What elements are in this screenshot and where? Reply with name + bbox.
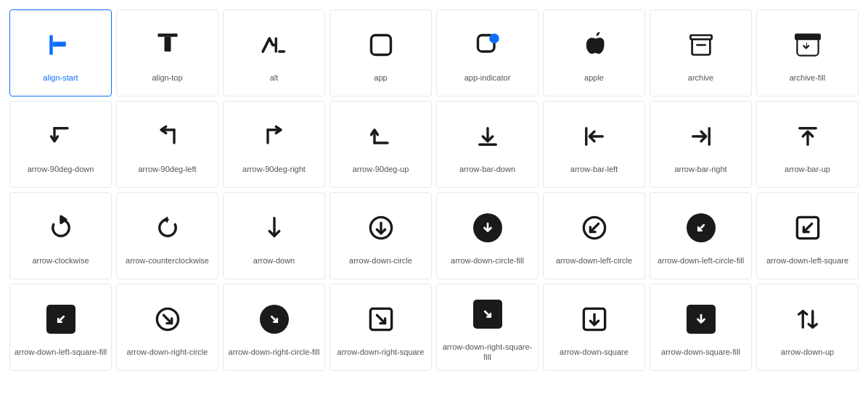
archive-fill-icon xyxy=(786,23,830,67)
arrow-down-right-square-fill-icon xyxy=(466,292,509,336)
arrow-down-left-square-icon xyxy=(786,206,830,250)
align-top-icon xyxy=(146,23,189,67)
arrow-down-right-square-fill-label: arrow-down-right-square-fill xyxy=(441,342,534,363)
arrow-down-right-square-icon xyxy=(359,297,403,341)
arrow-bar-up-label: arrow-bar-up xyxy=(785,164,830,174)
icon-cell-arrow-clockwise[interactable]: arrow-clockwise xyxy=(9,192,112,279)
icon-cell-archive[interactable]: archive xyxy=(650,9,752,96)
align-top-label: align-top xyxy=(152,73,182,83)
arrow-down-label: arrow-down xyxy=(253,255,295,266)
arrow-bar-left-label: arrow-bar-left xyxy=(570,164,618,174)
icon-cell-arrow-down-right-square-fill[interactable]: arrow-down-right-square-fill xyxy=(436,284,539,371)
arrow-clockwise-label: arrow-clockwise xyxy=(32,255,89,266)
icon-cell-align-start[interactable]: align-start xyxy=(9,9,112,96)
icon-cell-app-indicator[interactable]: app-indicator xyxy=(436,9,539,96)
arrow-90deg-down-label: arrow-90deg-down xyxy=(28,164,94,174)
arrow-90deg-down-icon xyxy=(39,115,83,158)
arrow-counterclockwise-label: arrow-counterclockwise xyxy=(126,255,209,266)
arrow-down-right-square-label: arrow-down-right-square xyxy=(337,347,425,357)
archive-fill-label: archive-fill xyxy=(790,73,826,83)
arrow-90deg-left-label: arrow-90deg-left xyxy=(138,164,196,174)
svg-rect-4 xyxy=(371,35,390,54)
app-indicator-label: app-indicator xyxy=(464,73,511,83)
apple-icon xyxy=(573,23,616,67)
arrow-down-square-icon xyxy=(573,297,616,341)
archive-icon xyxy=(679,23,723,67)
icon-cell-arrow-down-circle-fill[interactable]: arrow-down-circle-fill xyxy=(436,192,539,279)
arrow-bar-up-icon xyxy=(786,115,830,158)
arrow-down-right-circle-label: arrow-down-right-circle xyxy=(127,347,208,357)
arrow-bar-right-icon xyxy=(679,115,723,158)
icon-cell-arrow-down-left-square[interactable]: arrow-down-left-square xyxy=(756,192,859,279)
archive-label: archive xyxy=(688,73,713,83)
arrow-90deg-right-icon xyxy=(253,115,296,158)
icon-cell-alt[interactable]: alt xyxy=(223,9,325,96)
arrow-down-circle-fill-label: arrow-down-circle-fill xyxy=(451,255,524,266)
arrow-clockwise-icon xyxy=(39,206,83,250)
apple-label: apple xyxy=(584,73,604,83)
arrow-down-square-fill-icon xyxy=(679,297,723,341)
icon-cell-apple[interactable]: apple xyxy=(543,9,645,96)
svg-rect-7 xyxy=(690,35,711,39)
arrow-bar-down-label: arrow-bar-down xyxy=(459,164,515,174)
icon-cell-app[interactable]: app xyxy=(329,9,432,96)
arrow-down-right-circle-icon xyxy=(146,297,189,341)
arrow-counterclockwise-icon xyxy=(146,206,189,250)
arrow-down-circle-label: arrow-down-circle xyxy=(349,255,412,266)
arrow-down-right-circle-fill-label: arrow-down-right-circle-fill xyxy=(229,347,320,357)
align-start-icon xyxy=(39,23,83,67)
app-indicator-icon xyxy=(466,23,509,67)
arrow-90deg-right-label: arrow-90deg-right xyxy=(242,164,306,174)
icon-cell-arrow-down-right-circle[interactable]: arrow-down-right-circle xyxy=(116,284,218,371)
icon-cell-arrow-down[interactable]: arrow-down xyxy=(223,192,325,279)
icon-cell-arrow-bar-left[interactable]: arrow-bar-left xyxy=(543,101,645,188)
arrow-down-right-circle-fill-icon xyxy=(253,297,296,341)
icon-cell-arrow-90deg-left[interactable]: arrow-90deg-left xyxy=(116,101,218,188)
icon-cell-arrow-down-circle[interactable]: arrow-down-circle xyxy=(329,192,432,279)
icon-cell-arrow-90deg-right[interactable]: arrow-90deg-right xyxy=(223,101,325,188)
icon-cell-arrow-90deg-up[interactable]: arrow-90deg-up xyxy=(329,101,432,188)
arrow-down-circle-fill-icon xyxy=(466,206,509,250)
icon-cell-arrow-down-right-square[interactable]: arrow-down-right-square xyxy=(329,284,432,371)
arrow-bar-down-icon xyxy=(466,115,509,158)
arrow-bar-right-label: arrow-bar-right xyxy=(674,164,726,174)
arrow-down-left-square-fill-label: arrow-down-left-square-fill xyxy=(15,347,107,357)
arrow-down-left-square-fill-icon xyxy=(39,297,83,341)
arrow-down-left-circle-label: arrow-down-left-circle xyxy=(556,255,632,266)
arrow-down-circle-icon xyxy=(359,206,403,250)
arrow-down-left-circle-icon xyxy=(573,206,616,250)
icon-cell-arrow-down-left-circle[interactable]: arrow-down-left-circle xyxy=(543,192,645,279)
icon-cell-align-top[interactable]: align-top xyxy=(116,9,218,96)
alt-label: alt xyxy=(270,73,279,83)
icon-cell-arrow-bar-up[interactable]: arrow-bar-up xyxy=(756,101,859,188)
icon-cell-arrow-bar-down[interactable]: arrow-bar-down xyxy=(436,101,539,188)
svg-rect-3 xyxy=(164,37,171,52)
arrow-down-up-icon xyxy=(786,297,830,341)
icon-cell-arrow-down-square-fill[interactable]: arrow-down-square-fill xyxy=(650,284,752,371)
svg-point-6 xyxy=(489,33,499,44)
arrow-90deg-left-icon xyxy=(146,115,189,158)
icon-cell-arrow-down-up[interactable]: arrow-down-up xyxy=(756,284,859,371)
icon-grid: align-start align-top alt app xyxy=(0,0,868,380)
icon-cell-archive-fill[interactable]: archive-fill xyxy=(756,9,859,96)
alt-icon xyxy=(253,23,296,67)
arrow-down-square-fill-label: arrow-down-square-fill xyxy=(661,347,740,357)
icon-cell-arrow-90deg-down[interactable]: arrow-90deg-down xyxy=(9,101,112,188)
icon-cell-arrow-down-right-circle-fill[interactable]: arrow-down-right-circle-fill xyxy=(223,284,325,371)
arrow-down-up-label: arrow-down-up xyxy=(781,347,834,357)
arrow-down-square-label: arrow-down-square xyxy=(560,347,629,357)
arrow-90deg-up-icon xyxy=(359,115,403,158)
app-icon xyxy=(359,23,403,67)
arrow-bar-left-icon xyxy=(573,115,616,158)
icon-cell-arrow-down-left-square-fill[interactable]: arrow-down-left-square-fill xyxy=(9,284,112,371)
icon-cell-arrow-down-square[interactable]: arrow-down-square xyxy=(543,284,645,371)
icon-cell-arrow-counterclockwise[interactable]: arrow-counterclockwise xyxy=(116,192,218,279)
arrow-down-left-circle-fill-icon xyxy=(679,206,723,250)
arrow-down-icon xyxy=(253,206,296,250)
icon-cell-arrow-down-left-circle-fill[interactable]: arrow-down-left-circle-fill xyxy=(650,192,752,279)
app-label: app xyxy=(374,73,387,83)
icon-cell-arrow-bar-right[interactable]: arrow-bar-right xyxy=(650,101,752,188)
align-start-label: align-start xyxy=(43,73,78,83)
svg-rect-1 xyxy=(52,41,65,46)
arrow-down-left-square-label: arrow-down-left-square xyxy=(766,255,848,266)
